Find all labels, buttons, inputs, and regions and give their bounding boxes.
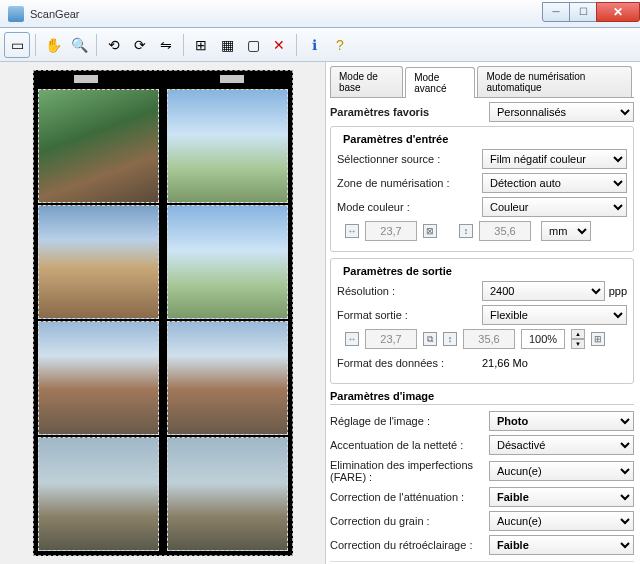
- crop-all-icon[interactable]: ▦: [215, 33, 239, 57]
- thumbnail[interactable]: [38, 321, 159, 435]
- output-height: 35,6: [463, 329, 515, 349]
- thumbnail[interactable]: [38, 437, 159, 551]
- rotate-right-icon[interactable]: ⟳: [128, 33, 152, 57]
- tab-auto[interactable]: Mode de numérisation automatique: [477, 66, 632, 97]
- backlight-select[interactable]: Faible: [489, 535, 634, 555]
- app-icon: [8, 6, 24, 22]
- input-header: Paramètres d'entrée: [343, 133, 627, 145]
- input-section: Paramètres d'entrée Sélectionner source …: [330, 126, 634, 252]
- resolution-select[interactable]: 2400: [482, 281, 605, 301]
- close-button[interactable]: ✕: [596, 2, 640, 22]
- thumbnail[interactable]: [167, 437, 288, 551]
- film-strip[interactable]: [33, 70, 293, 556]
- tab-advanced[interactable]: Mode avancé: [405, 67, 475, 98]
- settings-panel: Mode de base Mode avancé Mode de numéris…: [325, 62, 640, 564]
- resolution-label: Résolution :: [337, 285, 482, 297]
- source-label: Sélectionner source :: [337, 153, 482, 165]
- adjust-label: Réglage de l'image :: [330, 415, 489, 427]
- fare-label: Elimination des imperfections (FARE) :: [330, 459, 489, 483]
- format-label: Format sortie :: [337, 309, 482, 321]
- maximize-button[interactable]: ☐: [569, 2, 597, 22]
- zoom-tool-icon[interactable]: 🔍: [67, 33, 91, 57]
- grain-label: Correction du grain :: [330, 515, 489, 527]
- crop-one-icon[interactable]: ▢: [241, 33, 265, 57]
- source-select[interactable]: Film négatif couleur: [482, 149, 627, 169]
- fare-select[interactable]: Aucun(e): [489, 461, 634, 481]
- lock-ratio-icon[interactable]: ⊠: [423, 224, 437, 238]
- sharpen-select[interactable]: Désactivé: [489, 435, 634, 455]
- color-label: Mode couleur :: [337, 201, 482, 213]
- datasize-label: Format des données :: [337, 357, 482, 369]
- thumbnail[interactable]: [38, 89, 159, 203]
- rotate-left-icon[interactable]: ⟲: [102, 33, 126, 57]
- mirror-icon[interactable]: ⇋: [154, 33, 178, 57]
- mode-tabs: Mode de base Mode avancé Mode de numéris…: [330, 66, 634, 98]
- minimize-button[interactable]: ─: [542, 2, 570, 22]
- reset-scale-icon[interactable]: ⊞: [591, 332, 605, 346]
- scale-spinner[interactable]: ▲▼: [571, 329, 585, 349]
- resolution-unit: ppp: [609, 285, 627, 297]
- zone-select[interactable]: Détection auto: [482, 173, 627, 193]
- fade-label: Correction de l'atténuation :: [330, 491, 489, 503]
- select-tool-icon[interactable]: ▭: [4, 32, 30, 58]
- datasize-value: 21,66 Mo: [482, 357, 627, 369]
- thumbnail[interactable]: [167, 89, 288, 203]
- output-header: Paramètres de sortie: [343, 265, 627, 277]
- scale-percent[interactable]: 100%: [521, 329, 565, 349]
- toolbar: ▭ ✋ 🔍 ⟲ ⟳ ⇋ ⊞ ▦ ▢ ✕ ℹ ?: [0, 28, 640, 62]
- help-icon[interactable]: ?: [328, 33, 352, 57]
- height-icon: ↕: [443, 332, 457, 346]
- input-width: 23,7: [365, 221, 417, 241]
- thumbnail[interactable]: [167, 321, 288, 435]
- input-height: 35,6: [479, 221, 531, 241]
- sharpen-label: Accentuation de la netteté :: [330, 439, 489, 451]
- image-header: Paramètres d'image: [330, 390, 634, 402]
- grain-select[interactable]: Aucun(e): [489, 511, 634, 531]
- output-width: 23,7: [365, 329, 417, 349]
- tab-basic[interactable]: Mode de base: [330, 66, 403, 97]
- zone-label: Zone de numérisation :: [337, 177, 482, 189]
- app-title: ScanGear: [30, 8, 543, 20]
- info-icon[interactable]: ℹ: [302, 33, 326, 57]
- link-icon: ⧉: [423, 332, 437, 346]
- favorites-label: Paramètres favoris: [330, 106, 489, 118]
- delete-crop-icon[interactable]: ✕: [267, 33, 291, 57]
- width-icon: ↔: [345, 224, 359, 238]
- format-select[interactable]: Flexible: [482, 305, 627, 325]
- backlight-label: Correction du rétroéclairage :: [330, 539, 489, 551]
- titlebar: ScanGear ─ ☐ ✕: [0, 0, 640, 28]
- output-section: Paramètres de sortie Résolution :2400ppp…: [330, 258, 634, 384]
- favorites-select[interactable]: Personnalisés: [489, 102, 634, 122]
- thumbnail[interactable]: [167, 205, 288, 319]
- unit-select[interactable]: mm: [541, 221, 591, 241]
- hand-tool-icon[interactable]: ✋: [41, 33, 65, 57]
- fade-select[interactable]: Faible: [489, 487, 634, 507]
- height-icon: ↕: [459, 224, 473, 238]
- color-select[interactable]: Couleur: [482, 197, 627, 217]
- crop-auto-icon[interactable]: ⊞: [189, 33, 213, 57]
- width-icon: ↔: [345, 332, 359, 346]
- thumbnail[interactable]: [38, 205, 159, 319]
- preview-pane: [0, 62, 325, 564]
- adjust-select[interactable]: Photo: [489, 411, 634, 431]
